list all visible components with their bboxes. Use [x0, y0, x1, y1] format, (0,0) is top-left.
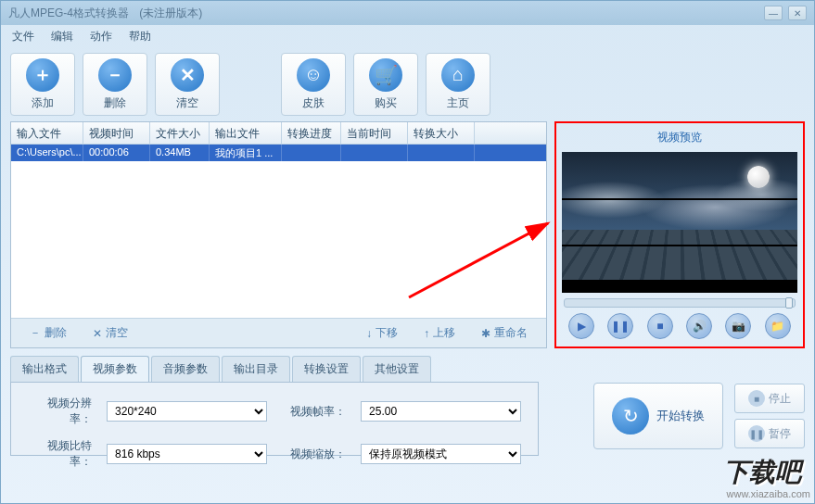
pause-button[interactable]: ❚❚ [607, 313, 633, 339]
watermark-url: www.xiazaiba.com [727, 488, 810, 499]
th-input[interactable]: 输入文件 [11, 122, 83, 144]
stop-button[interactable]: ■ [647, 313, 673, 339]
tab-convert-settings[interactable]: 转换设置 [292, 356, 361, 382]
gear-icon: ✱ [481, 327, 490, 340]
minimize-button[interactable]: — [764, 6, 783, 20]
file-table: 输入文件 视频时间 文件大小 输出文件 转换进度 当前时间 转换大小 C:\Us… [10, 121, 547, 348]
tt-down-button[interactable]: ↓下移 [366, 325, 398, 341]
pause-icon: ❚❚ [748, 425, 765, 442]
tab-video-params[interactable]: 视频参数 [81, 356, 149, 382]
clear-button[interactable]: ✕ 清空 [155, 53, 220, 116]
preview-title: 视频预览 [560, 127, 799, 148]
tab-content: 视频分辨率： 320*240 视频帧率： 25.00 视频比特率： 816 kb… [10, 382, 539, 456]
start-convert-button[interactable]: ↻ 开始转换 [593, 383, 723, 449]
plus-icon: ＋ [26, 58, 59, 92]
cell-time: 00:00:06 [83, 145, 150, 161]
fps-select[interactable]: 25.00 [361, 401, 521, 422]
start-label: 开始转换 [656, 408, 705, 424]
preview-video[interactable] [562, 152, 797, 293]
fps-label: 视频帧率： [282, 404, 346, 420]
buy-label: 购买 [375, 95, 397, 111]
refresh-icon: ↻ [612, 397, 649, 435]
tt-delete-button[interactable]: －删除 [30, 325, 67, 341]
th-time[interactable]: 视频时间 [83, 122, 150, 144]
table-toolbar: －删除 ✕清空 ↓下移 ↑上移 ✱重命名 [11, 318, 546, 347]
resolution-label: 视频分辨率： [28, 396, 92, 427]
tab-other-settings[interactable]: 其他设置 [363, 356, 431, 382]
th-size[interactable]: 文件大小 [150, 122, 210, 144]
tab-output-format[interactable]: 输出格式 [10, 356, 79, 382]
cell-output: 我的项目1 ... [210, 145, 282, 161]
minus-icon: － [30, 325, 41, 341]
tt-up-button[interactable]: ↑上移 [424, 325, 455, 341]
close-button[interactable]: ✕ [788, 6, 807, 20]
menu-action[interactable]: 动作 [90, 29, 112, 44]
x-icon: ✕ [171, 58, 204, 92]
bitrate-select[interactable]: 816 kbps [107, 444, 267, 464]
home-icon: ⌂ [441, 58, 475, 92]
th-convsize[interactable]: 转换大小 [408, 122, 475, 144]
th-output[interactable]: 输出文件 [210, 122, 282, 144]
play-button[interactable]: ▶ [568, 313, 594, 339]
pause-icon: ❚❚ [611, 320, 630, 333]
table-row[interactable]: C:\Users\pc\... 00:00:06 0.34MB 我的项目1 ..… [11, 145, 546, 161]
open-folder-button[interactable]: 📁 [765, 313, 791, 339]
remove-label: 删除 [104, 95, 126, 111]
app-title: 凡人MPEG-4格式转换器 [8, 6, 129, 19]
cell-progress [282, 145, 341, 161]
menu-edit[interactable]: 编辑 [51, 29, 73, 44]
volume-button[interactable]: 🔊 [686, 313, 712, 339]
stop-icon: ■ [656, 320, 663, 333]
tt-rename-button[interactable]: ✱重命名 [481, 325, 528, 341]
cell-convsize [408, 145, 475, 161]
arrow-up-icon: ↑ [424, 327, 429, 340]
smile-icon: ☺ [297, 58, 330, 92]
remove-button[interactable]: － 删除 [83, 53, 147, 116]
action-panel: ↻ 开始转换 ■ 停止 ❚❚ 暂停 [593, 383, 805, 449]
zoom-label: 视频缩放： [282, 447, 346, 462]
pause-label: 暂停 [769, 426, 791, 442]
minus-icon: － [98, 58, 132, 92]
tt-clear-button[interactable]: ✕清空 [93, 325, 128, 341]
volume-icon: 🔊 [693, 320, 707, 333]
stop-icon: ■ [748, 390, 765, 407]
skin-label: 皮肤 [302, 95, 325, 111]
clear-label: 清空 [176, 95, 198, 111]
tab-output-dir[interactable]: 输出目录 [222, 356, 290, 382]
preview-slider[interactable] [564, 298, 796, 308]
camera-icon: 📷 [732, 320, 745, 333]
resolution-select[interactable]: 320*240 [107, 401, 267, 422]
buy-button[interactable]: 🛒 购买 [353, 53, 418, 116]
settings-tabs: 输出格式 视频参数 音频参数 输出目录 转换设置 其他设置 [10, 356, 805, 382]
stop-convert-button[interactable]: ■ 停止 [734, 384, 805, 413]
play-icon: ▶ [578, 320, 586, 333]
x-icon: ✕ [93, 327, 102, 340]
zoom-select[interactable]: 保持原视频模式 [361, 444, 521, 464]
cell-input: C:\Users\pc\... [11, 145, 83, 161]
cart-icon: 🛒 [369, 58, 402, 92]
slider-thumb[interactable] [785, 297, 793, 309]
table-header: 输入文件 视频时间 文件大小 输出文件 转换进度 当前时间 转换大小 [11, 122, 546, 145]
home-label: 主页 [447, 95, 469, 111]
menubar: 文件 编辑 动作 帮助 [1, 25, 814, 47]
menu-file[interactable]: 文件 [12, 29, 34, 44]
preview-controls: ▶ ❚❚ ■ 🔊 📷 📁 [560, 309, 799, 343]
tab-audio-params[interactable]: 音频参数 [151, 356, 220, 382]
pause-convert-button[interactable]: ❚❚ 暂停 [734, 419, 805, 448]
th-curtime[interactable]: 当前时间 [341, 122, 408, 144]
home-button[interactable]: ⌂ 主页 [426, 53, 490, 116]
folder-icon: 📁 [770, 320, 784, 333]
add-button[interactable]: ＋ 添加 [10, 53, 75, 116]
arrow-down-icon: ↓ [366, 327, 372, 340]
cell-size: 0.34MB [150, 145, 210, 161]
reg-status: (未注册版本) [139, 6, 202, 19]
stop-label: 停止 [769, 391, 791, 407]
menu-help[interactable]: 帮助 [129, 29, 151, 44]
skin-button[interactable]: ☺ 皮肤 [281, 53, 346, 116]
th-progress[interactable]: 转换进度 [282, 122, 341, 144]
video-preview-panel: 视频预览 ▶ ❚❚ ■ 🔊 📷 📁 [554, 121, 805, 348]
cell-curtime [341, 145, 408, 161]
add-label: 添加 [32, 95, 54, 111]
snapshot-button[interactable]: 📷 [725, 313, 751, 339]
main-toolbar: ＋ 添加 － 删除 ✕ 清空 ☺ 皮肤 🛒 购买 ⌂ 主页 [1, 47, 814, 121]
